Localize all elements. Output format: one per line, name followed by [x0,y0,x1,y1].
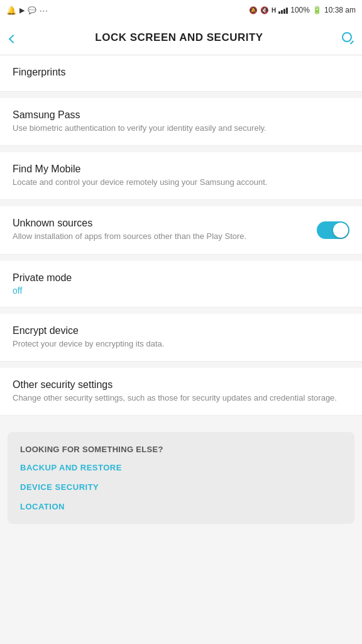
battery-percent: 100% [290,6,310,14]
network-type-icon: H [272,7,276,14]
suggestion-title: LOOKING FOR SOMETHING ELSE? [20,445,342,454]
private-mode-text: Private mode off [13,272,349,296]
play-icon: ▶ [19,6,25,14]
toggle-track [317,221,349,239]
backup-restore-link[interactable]: BACKUP AND RESTORE [20,463,342,472]
search-button[interactable] [342,30,352,46]
page-title: LOCK SCREEN AND SECURITY [95,31,263,44]
private-mode-title: Private mode [13,272,349,284]
fingerprints-item[interactable]: Fingerprints [0,55,362,92]
encrypt-device-item[interactable]: Encrypt device Protect your device by en… [0,314,362,362]
header: LOCK SCREEN AND SECURITY [0,20,362,55]
status-right-icons: 🔕 🔇 H 100% 🔋 10:38 am [249,6,356,14]
other-security-item[interactable]: Other security settings Change other sec… [0,368,362,416]
toggle-switch[interactable] [317,221,349,239]
private-mode-item[interactable]: Private mode off [0,261,362,308]
find-my-mobile-title: Find My Mobile [13,164,349,175]
signal-bars [278,6,288,14]
more-icon: ··· [40,6,48,15]
silent-icon: 🔕 [249,6,258,14]
notification-icon: 🔔 [6,6,16,15]
other-security-title: Other security settings [13,379,349,391]
mute-icon: 🔇 [260,6,269,14]
battery-icon: 🔋 [312,6,322,14]
samsung-pass-text: Samsung Pass Use biometric authenticatio… [13,109,349,134]
divider-7 [0,416,362,422]
suggestion-card: LOOKING FOR SOMETHING ELSE? BACKUP AND R… [8,432,354,524]
divider-2 [0,146,362,152]
status-bar: 🔔 ▶ 💬 ··· 🔕 🔇 H 100% 🔋 10:38 am [0,0,362,20]
unknown-sources-item[interactable]: Unknown sources Allow installation of ap… [0,206,362,254]
find-my-mobile-item[interactable]: Find My Mobile Locate and control your d… [0,152,362,200]
private-mode-status: off [13,286,349,296]
samsung-pass-item[interactable]: Samsung Pass Use biometric authenticatio… [0,98,362,146]
back-button[interactable] [10,30,16,46]
encrypt-device-subtitle: Protect your device by encrypting its da… [13,338,349,350]
settings-list: Fingerprints Samsung Pass Use biometric … [0,55,362,524]
device-security-link[interactable]: DEVICE SECURITY [20,482,342,492]
find-my-mobile-subtitle: Locate and control your device remotely … [13,177,349,188]
fingerprints-title: Fingerprints [13,67,349,78]
divider-1 [0,92,362,98]
divider-5 [0,308,362,314]
unknown-sources-title: Unknown sources [13,218,309,229]
divider-6 [0,362,362,368]
unknown-sources-subtitle: Allow installation of apps from sources … [13,231,309,242]
encrypt-device-text: Encrypt device Protect your device by en… [13,325,349,350]
other-security-text: Other security settings Change other sec… [13,379,349,404]
fingerprints-text: Fingerprints [13,67,349,80]
samsung-pass-subtitle: Use biometric authentication to verify y… [13,123,349,134]
time: 10:38 am [324,6,356,14]
back-icon [9,34,18,43]
toggle-thumb [333,223,348,238]
chat-icon: 💬 [28,6,36,14]
divider-3 [0,200,362,206]
status-left-icons: 🔔 ▶ 💬 ··· [6,6,48,15]
encrypt-device-title: Encrypt device [13,325,349,336]
unknown-sources-toggle[interactable] [317,221,349,239]
find-my-mobile-text: Find My Mobile Locate and control your d… [13,164,349,188]
divider-4 [0,255,362,261]
location-link[interactable]: LOCATION [20,502,342,511]
other-security-subtitle: Change other security settings, such as … [13,392,349,404]
search-icon [342,32,352,42]
unknown-sources-text: Unknown sources Allow installation of ap… [13,218,309,242]
samsung-pass-title: Samsung Pass [13,109,349,121]
